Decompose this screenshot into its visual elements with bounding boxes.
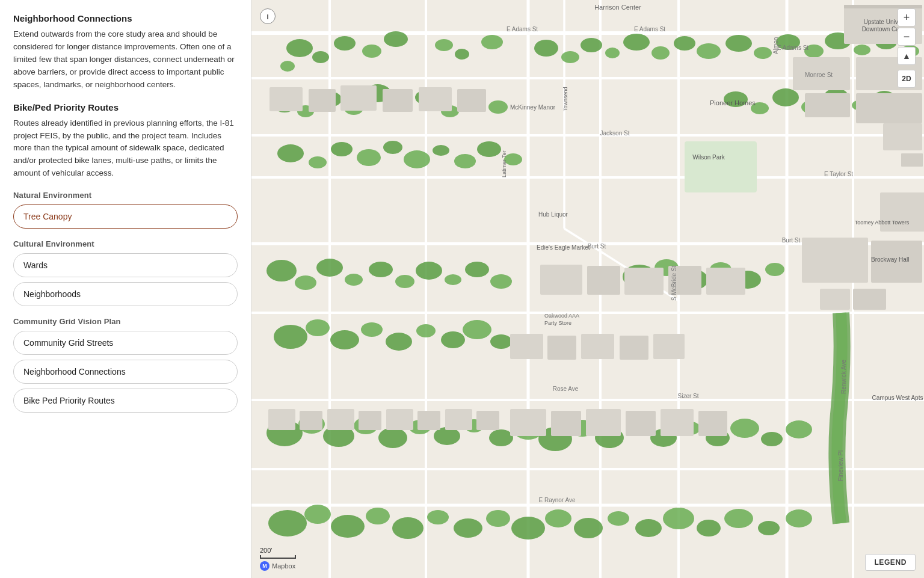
- community-grid-section: Community Grid Vision Plan Community Gri…: [13, 317, 238, 413]
- svg-point-30: [561, 51, 579, 63]
- bike-ped-priority-button[interactable]: Bike Ped Priority Routes: [13, 389, 238, 413]
- svg-point-21: [312, 51, 329, 63]
- svg-rect-163: [581, 334, 614, 359]
- svg-point-106: [489, 429, 513, 446]
- svg-point-57: [725, 35, 752, 52]
- svg-rect-148: [820, 289, 850, 310]
- svg-point-132: [697, 520, 721, 536]
- nc-body: Extend outwards from the core study area…: [13, 28, 238, 91]
- natural-environment-section: Natural Environment Tree Canopy: [13, 191, 238, 229]
- map-info-button[interactable]: i: [260, 8, 276, 24]
- svg-point-127: [545, 509, 571, 527]
- svg-point-77: [369, 262, 393, 277]
- svg-point-123: [427, 510, 449, 524]
- svg-rect-150: [270, 87, 303, 111]
- svg-text:Hub Liquor: Hub Liquor: [538, 211, 568, 218]
- svg-rect-176: [386, 409, 413, 430]
- svg-text:Jackson St: Jackson St: [600, 130, 630, 137]
- svg-rect-157: [587, 266, 620, 295]
- svg-point-129: [608, 511, 629, 526]
- legend-button[interactable]: LEGEND: [865, 554, 916, 571]
- svg-point-82: [490, 274, 512, 289]
- svg-rect-156: [540, 265, 582, 295]
- svg-point-35: [674, 36, 695, 51]
- svg-point-135: [786, 509, 812, 527]
- svg-rect-177: [417, 411, 440, 430]
- svg-rect-161: [510, 334, 543, 359]
- svg-point-54: [454, 154, 476, 168]
- svg-rect-149: [853, 289, 886, 310]
- svg-text:Almon: Almon: [772, 37, 779, 54]
- wards-button[interactable]: Wards: [13, 253, 238, 277]
- scale-bar: 200': [260, 547, 296, 559]
- svg-point-53: [433, 145, 449, 156]
- svg-text:Sizer St: Sizer St: [677, 393, 698, 399]
- svg-point-36: [697, 43, 721, 59]
- natural-environment-header: Natural Environment: [13, 191, 238, 200]
- svg-text:Burt St: Burt St: [588, 243, 606, 250]
- scale-label: 200': [260, 547, 272, 554]
- svg-text:Pioneer Homes: Pioneer Homes: [710, 99, 756, 106]
- svg-point-131: [663, 508, 694, 529]
- svg-point-47: [277, 144, 304, 162]
- map-area[interactable]: Harrison Center E Adams St E Adams St E …: [251, 0, 924, 578]
- info-icon: i: [266, 12, 269, 21]
- svg-point-76: [345, 274, 363, 286]
- svg-point-126: [511, 517, 545, 540]
- svg-point-23: [334, 36, 356, 51]
- zoom-out-button[interactable]: −: [898, 28, 916, 46]
- svg-text:Oakwood AAA: Oakwood AAA: [544, 313, 579, 319]
- svg-point-49: [331, 142, 353, 156]
- svg-point-25: [384, 31, 408, 47]
- svg-point-116: [761, 432, 783, 446]
- svg-point-28: [481, 35, 503, 49]
- svg-rect-152: [340, 85, 377, 111]
- svg-point-97: [765, 263, 784, 276]
- svg-rect-164: [620, 336, 648, 360]
- svg-text:Latimer Ter: Latimer Ter: [501, 150, 507, 177]
- scale-line: [260, 555, 296, 559]
- svg-text:Rose Ave: Rose Ave: [553, 386, 579, 392]
- svg-point-62: [854, 45, 870, 55]
- svg-rect-171: [698, 411, 727, 436]
- svg-point-121: [366, 508, 390, 524]
- svg-point-52: [404, 150, 430, 168]
- svg-point-102: [378, 428, 407, 448]
- svg-text:E Adams St: E Adams St: [777, 45, 808, 51]
- svg-point-130: [635, 519, 662, 537]
- svg-text:Harrison Center: Harrison Center: [594, 4, 641, 11]
- svg-point-86: [361, 322, 383, 337]
- svg-text:Toomey Abbott Towers: Toomey Abbott Towers: [855, 220, 910, 226]
- svg-point-80: [445, 274, 461, 285]
- neighborhoods-button[interactable]: Neighborhoods: [13, 282, 238, 306]
- svg-rect-162: [547, 336, 576, 360]
- svg-point-20: [286, 39, 313, 57]
- zoom-in-button[interactable]: +: [898, 8, 916, 26]
- tree-canopy-button[interactable]: Tree Canopy: [13, 204, 238, 229]
- svg-point-91: [490, 334, 512, 349]
- neighborhood-connections-button[interactable]: Neighborhood Connections: [13, 360, 238, 384]
- svg-point-78: [395, 275, 414, 288]
- map-controls: + − ▲ 2D: [898, 8, 916, 88]
- svg-rect-168: [586, 409, 621, 436]
- community-grid-streets-button[interactable]: Community Grid Streets: [13, 331, 238, 355]
- view-2d-button[interactable]: 2D: [898, 70, 916, 88]
- compass-button[interactable]: ▲: [898, 47, 916, 65]
- svg-text:McKinney Manor: McKinney Manor: [510, 104, 556, 111]
- svg-rect-166: [510, 409, 546, 436]
- svg-text:Campus West Apts: Campus West Apts: [872, 395, 923, 401]
- svg-text:Fineview Pl: Fineview Pl: [837, 450, 844, 481]
- svg-point-26: [435, 39, 453, 51]
- svg-point-22: [280, 61, 295, 72]
- svg-point-87: [386, 333, 412, 351]
- svg-point-48: [309, 156, 327, 168]
- svg-point-89: [441, 331, 465, 348]
- svg-text:Party Store: Party Store: [544, 320, 571, 326]
- bp-body: Routes already identified in previous pl…: [13, 117, 238, 180]
- nc-description-block: Neighborhood Connections Extend outwards…: [13, 13, 238, 91]
- svg-point-84: [306, 319, 330, 336]
- svg-rect-142: [856, 93, 922, 123]
- left-panel: Neighborhood Connections Extend outwards…: [0, 0, 251, 578]
- svg-text:E Adams St: E Adams St: [507, 26, 538, 32]
- svg-rect-145: [901, 153, 923, 167]
